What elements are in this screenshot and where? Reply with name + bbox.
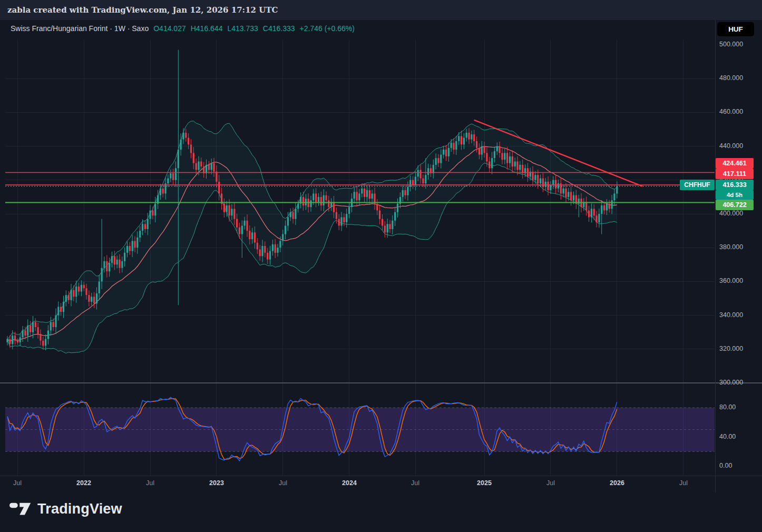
axis-tick-label: 480.000 — [719, 74, 743, 82]
axis-tick-label: 320.000 — [719, 345, 743, 352]
tradingview-app: zabla created with TradingView.com, Jan … — [0, 0, 762, 532]
ohlc-close: C416.333 — [263, 24, 295, 33]
ohlc-open: O414.027 — [153, 24, 186, 33]
axis-tick-label: 80.00 — [719, 403, 736, 411]
symbol-title[interactable]: Swiss Franc/Hungarian Forint · 1W · Saxo — [11, 24, 149, 33]
axis-tick-label: 460.000 — [719, 108, 743, 115]
price-axis[interactable]: 424.461 417.111 416.333 4d 5h 406.722 50… — [716, 0, 762, 532]
level-price-label: 406.722 — [716, 200, 754, 210]
axis-tick-label: 40.00 — [719, 433, 736, 440]
last-price-symbol-label: CHFHUF — [680, 180, 715, 190]
axis-tick-label: 500.000 — [719, 41, 743, 48]
axis-tick-label: 360.000 — [719, 277, 743, 284]
tradingview-logo-icon[interactable] — [9, 499, 32, 518]
footer: TradingView — [9, 499, 122, 518]
axis-tick-label: 340.000 — [719, 311, 743, 319]
level-price-label: 424.461 — [716, 158, 754, 169]
watermark-text: zabla created with TradingView.com, Jan … — [7, 5, 278, 15]
ohlc-low: L413.733 — [227, 24, 258, 33]
ohlc-change: +2.746 (+0.66%) — [300, 24, 355, 33]
watermark-bar: zabla created with TradingView.com, Jan … — [0, 0, 762, 20]
symbol-legend: Swiss Franc/Hungarian Forint · 1W · Saxo… — [11, 24, 355, 33]
last-price-label: 416.333 — [716, 180, 754, 190]
axis-tick-label: 300.000 — [719, 379, 743, 386]
axis-tick-label: 380.000 — [719, 243, 743, 251]
axis-tick-label: 0.00 — [719, 462, 732, 469]
ohlc-high: H416.644 — [191, 24, 223, 33]
axis-tick-label: 440.000 — [719, 142, 743, 150]
currency-unit-button[interactable]: HUF — [717, 22, 754, 36]
bar-countdown-label: 4d 5h — [716, 190, 754, 200]
chart-canvas[interactable] — [0, 0, 762, 532]
tradingview-wordmark[interactable]: TradingView — [37, 501, 122, 517]
axis-tick-label: 400.000 — [719, 210, 743, 217]
level-price-label: 417.111 — [716, 169, 754, 179]
